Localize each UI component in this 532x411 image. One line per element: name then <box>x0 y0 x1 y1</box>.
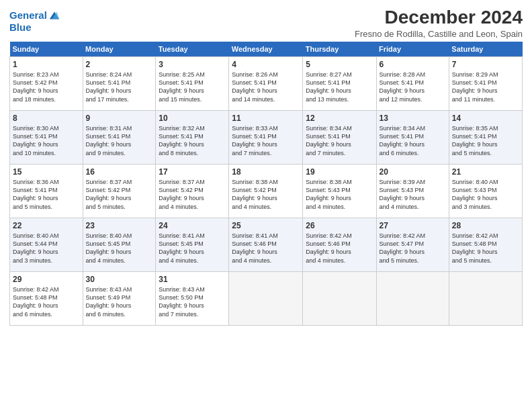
calendar-cell: 14Sunrise: 8:35 AMSunset: 5:41 PMDayligh… <box>449 111 522 165</box>
day-info-line: and 6 minutes. <box>380 149 446 157</box>
day-info-line: Daylight: 9 hours <box>86 194 153 202</box>
day-info-line: Sunrise: 8:40 AM <box>452 178 519 186</box>
day-info-line: and 14 minutes. <box>232 95 300 103</box>
day-info-line: Daylight: 9 hours <box>380 140 446 148</box>
day-info-line: Daylight: 9 hours <box>159 248 226 256</box>
day-info-line: and 9 minutes. <box>86 149 153 157</box>
day-info-line: and 8 minutes. <box>159 149 226 157</box>
header-cell-tuesday: Tuesday <box>156 42 229 57</box>
day-info-line: and 4 minutes. <box>159 257 226 265</box>
header-cell-sunday: Sunday <box>10 42 83 57</box>
header-cell-thursday: Thursday <box>303 42 376 57</box>
day-info-line: and 6 minutes. <box>13 310 80 318</box>
day-info-line: Sunrise: 8:26 AM <box>232 71 300 79</box>
day-info-line: Sunrise: 8:31 AM <box>86 124 153 132</box>
day-info-line: Sunset: 5:42 PM <box>13 79 80 87</box>
calendar-cell: 6Sunrise: 8:28 AMSunset: 5:41 PMDaylight… <box>376 57 449 111</box>
day-info-line: Sunset: 5:41 PM <box>232 132 300 140</box>
header-cell-saturday: Saturday <box>449 42 522 57</box>
calendar-cell: 16Sunrise: 8:37 AMSunset: 5:42 PMDayligh… <box>83 165 156 218</box>
calendar-cell <box>303 272 376 326</box>
header-row: SundayMondayTuesdayWednesdayThursdayFrid… <box>10 42 523 57</box>
calendar-cell: 10Sunrise: 8:32 AMSunset: 5:41 PMDayligh… <box>156 111 229 165</box>
day-info-line: Daylight: 9 hours <box>380 87 446 95</box>
day-info-line: Daylight: 9 hours <box>86 248 153 256</box>
calendar-cell: 18Sunrise: 8:38 AMSunset: 5:42 PMDayligh… <box>229 165 303 218</box>
day-info-line: Sunrise: 8:41 AM <box>159 232 226 240</box>
day-number: 3 <box>159 59 226 70</box>
day-info-line: Sunset: 5:41 PM <box>159 79 226 87</box>
day-info-line: Sunset: 5:41 PM <box>13 132 80 140</box>
calendar-cell: 31Sunrise: 8:43 AMSunset: 5:50 PMDayligh… <box>156 272 229 326</box>
day-info-line: Daylight: 9 hours <box>159 140 226 148</box>
day-info-line: and 3 minutes. <box>13 257 80 265</box>
calendar-cell: 15Sunrise: 8:36 AMSunset: 5:41 PMDayligh… <box>10 165 83 218</box>
title-block: December 2024 Fresno de Rodilla, Castill… <box>355 7 523 39</box>
day-info-line: Daylight: 9 hours <box>159 302 226 310</box>
calendar-cell: 11Sunrise: 8:33 AMSunset: 5:41 PMDayligh… <box>229 111 303 165</box>
day-info-line: Daylight: 9 hours <box>13 194 80 202</box>
day-info-line: and 7 minutes. <box>306 149 373 157</box>
day-number: 2 <box>86 59 153 70</box>
day-info-line: Sunset: 5:46 PM <box>232 240 300 248</box>
day-info-line: and 12 minutes. <box>380 95 446 103</box>
calendar-cell: 26Sunrise: 8:42 AMSunset: 5:46 PMDayligh… <box>303 218 376 272</box>
day-info-line: and 11 minutes. <box>452 95 519 103</box>
week-row-4: 22Sunrise: 8:40 AMSunset: 5:44 PMDayligh… <box>10 218 523 272</box>
day-info-line: and 4 minutes. <box>232 203 300 211</box>
day-info-line: Sunrise: 8:23 AM <box>13 71 80 79</box>
calendar-cell <box>229 272 303 326</box>
day-info-line: Daylight: 9 hours <box>306 87 373 95</box>
day-info-line: and 15 minutes. <box>159 95 226 103</box>
page-container: General Blue December 2024 Fresno de Rod… <box>0 0 532 411</box>
day-info-line: Sunrise: 8:24 AM <box>86 71 153 79</box>
day-info-line: Daylight: 9 hours <box>452 248 519 256</box>
calendar-cell: 23Sunrise: 8:40 AMSunset: 5:45 PMDayligh… <box>83 218 156 272</box>
calendar-cell: 17Sunrise: 8:37 AMSunset: 5:42 PMDayligh… <box>156 165 229 218</box>
day-number: 28 <box>452 220 519 231</box>
day-info-line: and 5 minutes. <box>13 203 80 211</box>
logo-line1: General <box>9 9 47 21</box>
location: Fresno de Rodilla, Castille and Leon, Sp… <box>355 29 523 39</box>
day-number: 23 <box>86 220 153 231</box>
calendar-cell: 5Sunrise: 8:27 AMSunset: 5:41 PMDaylight… <box>303 57 376 111</box>
calendar-cell: 19Sunrise: 8:38 AMSunset: 5:43 PMDayligh… <box>303 165 376 218</box>
day-number: 26 <box>306 220 373 231</box>
calendar-cell: 21Sunrise: 8:40 AMSunset: 5:43 PMDayligh… <box>449 165 522 218</box>
day-number: 4 <box>232 59 300 70</box>
day-info-line: Sunset: 5:47 PM <box>380 240 446 248</box>
day-info-line: Sunset: 5:41 PM <box>452 79 519 87</box>
day-info-line: Sunrise: 8:27 AM <box>306 71 373 79</box>
day-info-line: Sunset: 5:43 PM <box>380 186 446 194</box>
calendar-cell: 3Sunrise: 8:25 AMSunset: 5:41 PMDaylight… <box>156 57 229 111</box>
day-info-line: Daylight: 9 hours <box>13 87 80 95</box>
day-info-line: Daylight: 9 hours <box>380 248 446 256</box>
day-info-line: Sunrise: 8:43 AM <box>86 285 153 293</box>
logo-icon <box>48 9 60 21</box>
day-info-line: Sunrise: 8:37 AM <box>159 178 226 186</box>
day-info-line: Sunset: 5:48 PM <box>13 293 80 302</box>
day-info-line: Sunset: 5:41 PM <box>452 132 519 140</box>
day-info-line: and 7 minutes. <box>159 310 226 318</box>
day-info-line: Daylight: 9 hours <box>452 87 519 95</box>
day-number: 21 <box>452 167 519 177</box>
day-info-line: Sunrise: 8:34 AM <box>380 124 446 132</box>
calendar-cell: 25Sunrise: 8:41 AMSunset: 5:46 PMDayligh… <box>229 218 303 272</box>
day-info-line: Sunset: 5:41 PM <box>86 79 153 87</box>
day-info-line: Sunset: 5:49 PM <box>86 293 153 302</box>
calendar-cell <box>376 272 449 326</box>
day-info-line: Sunset: 5:41 PM <box>380 132 446 140</box>
day-info-line: and 13 minutes. <box>306 95 373 103</box>
week-row-2: 8Sunrise: 8:30 AMSunset: 5:41 PMDaylight… <box>10 111 523 165</box>
calendar-cell: 8Sunrise: 8:30 AMSunset: 5:41 PMDaylight… <box>10 111 83 165</box>
week-row-3: 15Sunrise: 8:36 AMSunset: 5:41 PMDayligh… <box>10 165 523 218</box>
day-info-line: Sunset: 5:50 PM <box>159 293 226 302</box>
day-number: 16 <box>86 167 153 177</box>
day-info-line: Daylight: 9 hours <box>159 87 226 95</box>
day-info-line: Sunrise: 8:42 AM <box>306 232 373 240</box>
page-header: General Blue December 2024 Fresno de Rod… <box>9 7 523 39</box>
day-info-line: Sunrise: 8:38 AM <box>232 178 300 186</box>
day-info-line: Sunrise: 8:25 AM <box>159 71 226 79</box>
day-info-line: Sunset: 5:46 PM <box>306 240 373 248</box>
day-info-line: and 4 minutes. <box>306 257 373 265</box>
